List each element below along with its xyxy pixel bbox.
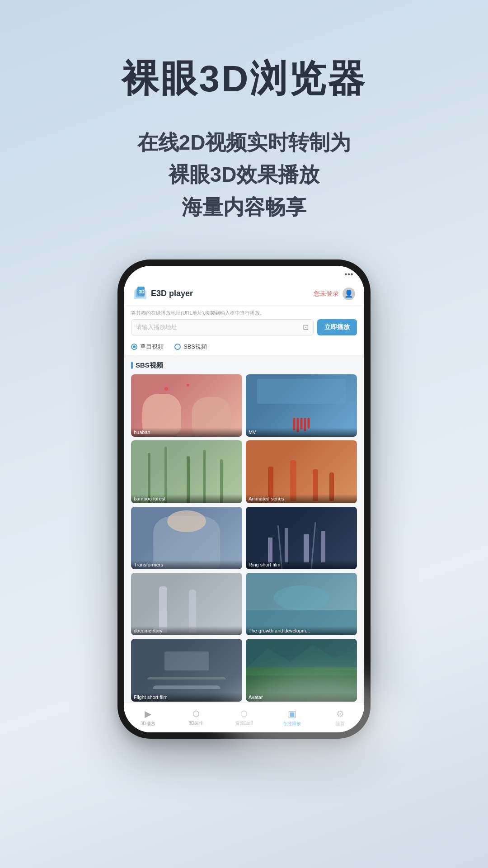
sbs-section-title: SBS视频 <box>136 361 163 370</box>
video-card-mv[interactable]: MV <box>246 374 357 437</box>
nav-item-make3d[interactable]: ⬡ 3D製作 <box>172 709 220 726</box>
url-input-box[interactable]: 请输入播放地址 ⊡ <box>131 319 314 335</box>
nav-item-play3d[interactable]: ▶ 3D播放 <box>124 708 172 727</box>
radio-row: 單目視頻 SBS視頻 <box>124 340 364 356</box>
video-label-avatar: Avatar <box>246 693 357 702</box>
app-header: 3D E3D player 您未登录 👤 <box>124 282 364 306</box>
bottom-nav: ▶ 3D播放 ⬡ 3D製作 ⬡ 資源2to3 ▣ 在綫播放 ⚙ 設置 <box>124 703 364 732</box>
nav-item-online[interactable]: ▣ 在綫播放 <box>268 708 316 727</box>
video-label-huaban: huaban <box>131 428 242 437</box>
nav-item-convert[interactable]: ⬡ 資源2to3 <box>220 709 268 726</box>
nav-item-settings[interactable]: ⚙ 設置 <box>316 708 364 727</box>
scroll-content[interactable]: SBS视频 huaban <box>124 356 364 703</box>
url-input-row: 请输入播放地址 ⊡ 立即播放 <box>131 319 357 335</box>
video-label-ring: Ring short film <box>246 560 357 569</box>
login-area[interactable]: 您未登录 👤 <box>314 288 355 300</box>
video-label-flight: Flight short film <box>131 693 242 702</box>
sbs-section-header: SBS视频 <box>131 361 357 370</box>
video-label-bamboo: bamboo forest <box>131 494 242 503</box>
radio-single[interactable]: 單目視頻 <box>131 343 164 351</box>
nav-label-play3d: 3D播放 <box>141 721 155 727</box>
video-card-bamboo[interactable]: bamboo forest <box>131 440 242 503</box>
page-title: 裸眼3D浏览器 <box>122 54 367 104</box>
app-logo: 3D E3D player <box>133 287 193 301</box>
nav-icon-make3d: ⬡ <box>192 709 200 719</box>
phone-mockup: ●●● 3D E3D player 您未登录 👤 <box>117 259 371 739</box>
video-label-documentary: documentary <box>131 626 242 635</box>
radio-sbs-dot[interactable] <box>174 344 181 350</box>
play-button[interactable]: 立即播放 <box>317 319 357 335</box>
nav-label-settings: 設置 <box>336 721 345 727</box>
phone-screen: ●●● 3D E3D player 您未登录 👤 <box>124 266 364 732</box>
section-bar <box>131 362 133 369</box>
video-card-avatar[interactable]: Avatar <box>246 639 357 701</box>
svg-text:3D: 3D <box>139 289 145 294</box>
app-logo-icon: 3D <box>133 287 147 301</box>
radio-single-dot[interactable] <box>131 344 137 350</box>
login-status[interactable]: 您未登录 <box>314 290 339 298</box>
url-hint: 将其糊的在绿播放地址(URL地址),復製到輸入框中進行播放。 <box>131 310 357 316</box>
nav-icon-settings: ⚙ <box>336 708 344 719</box>
hero-subtitle: 在线2D视频实时转制为裸眼3D效果播放海量内容畅享 <box>137 127 351 223</box>
video-card-documentary[interactable]: documentary <box>131 573 242 635</box>
radio-sbs[interactable]: SBS視頻 <box>174 343 207 351</box>
nav-label-convert: 資源2to3 <box>235 720 253 726</box>
nav-icon-convert: ⬡ <box>240 709 248 719</box>
video-card-transformers[interactable]: Transformers <box>131 507 242 569</box>
video-label-animated: Animated series <box>246 494 357 503</box>
url-placeholder: 请输入播放地址 <box>136 323 177 331</box>
radio-sbs-label: SBS視頻 <box>183 343 207 351</box>
phone-shell: ●●● 3D E3D player 您未登录 👤 <box>117 259 371 739</box>
scan-icon[interactable]: ⊡ <box>303 323 309 331</box>
nav-icon-online: ▣ <box>288 708 296 719</box>
nav-label-online: 在綫播放 <box>283 721 301 727</box>
status-bar: ●●● <box>124 266 364 282</box>
avatar-icon[interactable]: 👤 <box>343 288 355 300</box>
video-label-mv: MV <box>246 428 357 437</box>
video-card-ring[interactable]: Ring short film <box>246 507 357 569</box>
video-label-growth: The growth and developm... <box>246 626 357 635</box>
app-name-label: E3D player <box>151 289 193 298</box>
nav-label-make3d: 3D製作 <box>188 720 203 726</box>
radio-single-label: 單目視頻 <box>140 343 164 351</box>
video-label-transformers: Transformers <box>131 560 242 569</box>
video-card-animated[interactable]: Animated series <box>246 440 357 503</box>
video-card-flight[interactable]: Flight short film <box>131 639 242 701</box>
video-card-growth[interactable]: The growth and developm... <box>246 573 357 635</box>
nav-icon-play3d: ▶ <box>145 708 151 719</box>
video-grid-sbs: huaban <box>131 374 357 702</box>
video-card-huaban[interactable]: huaban <box>131 374 242 437</box>
url-section: 将其糊的在绿播放地址(URL地址),復製到輸入框中進行播放。 请输入播放地址 ⊡… <box>124 306 364 340</box>
